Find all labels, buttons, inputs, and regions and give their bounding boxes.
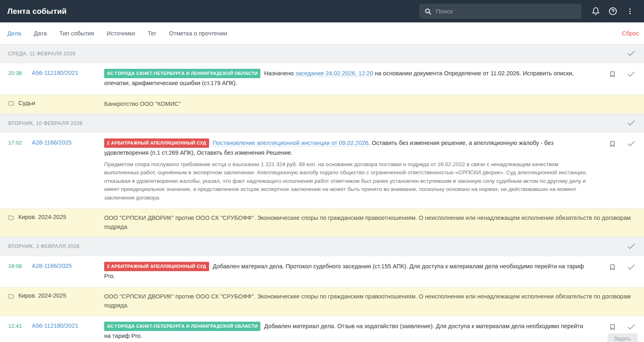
filter-bar: ДелаДатаТип событияИсточникиТегОтметка о…: [0, 22, 644, 44]
filter-item-cases[interactable]: Дела: [7, 30, 21, 37]
mark-read-icon[interactable]: [627, 263, 636, 272]
court-badge: АС ГОРОДА САНКТ-ПЕТЕРБУРГА И ЛЕНИНГРАДСК…: [104, 322, 260, 331]
bell-icon: [592, 7, 600, 15]
folder-icon: [8, 215, 14, 221]
mark-group-read-icon[interactable]: [627, 49, 636, 58]
case-info-row: Киров. 2024-2025ООО "СРПСКИ ДВОРИК" прот…: [0, 209, 644, 237]
mark-read-icon[interactable]: [627, 70, 636, 79]
bookmark-icon[interactable]: [609, 263, 616, 271]
event-row: 19:08А28-1166/20252 АРБИТРАЖНЫЙ АПЕЛЛЯЦИ…: [0, 256, 644, 288]
case-tag[interactable]: Киров. 2024-2025: [8, 214, 104, 220]
event-content: АС ГОРОДА САНКТ-ПЕТЕРБУРГА И ЛЕНИНГРАДСК…: [104, 69, 600, 88]
filter-item-read-mark[interactable]: Отметка о прочтении: [169, 30, 227, 37]
search-input[interactable]: [436, 8, 576, 15]
event-time: 12:41: [8, 322, 32, 329]
search-icon: [424, 8, 432, 15]
mark-group-read-icon[interactable]: [627, 242, 636, 251]
bookmark-icon[interactable]: [609, 140, 616, 148]
kebab-menu-button[interactable]: [621, 3, 638, 20]
chat-widget-button[interactable]: Задать: [607, 333, 637, 342]
document-link[interactable]: заседание 24.02.2026, 12:20: [295, 70, 373, 77]
search-box[interactable]: [419, 4, 581, 19]
case-description: ООО "СРПСКИ ДВОРИК" против ООО СК "СРУБО…: [104, 292, 636, 310]
event-content: АС ГОРОДА САНКТ-ПЕТЕРБУРГА И ЛЕНИНГРАДСК…: [104, 322, 600, 341]
date-group-header: ВТОРНИК, 10 ФЕВРАЛЯ 2026: [0, 114, 644, 133]
filter-item-sources[interactable]: Источники: [107, 30, 135, 37]
top-bar: Лента событий: [0, 0, 644, 22]
mark-read-icon[interactable]: [627, 322, 636, 332]
case-tag-label: Киров. 2024-2025: [18, 292, 66, 299]
event-row: 17:02А28-1166/20252 АРБИТРАЖНЫЙ АПЕЛЛЯЦИ…: [0, 133, 644, 209]
reset-filters-button[interactable]: Сброс: [622, 30, 639, 37]
date-group-header: ВТОРНИК, 3 ФЕВРАЛЯ 2026: [0, 237, 644, 256]
event-text: Назначено: [264, 70, 295, 77]
case-description: Банкротство ООО "КОМИС": [104, 100, 636, 109]
mark-group-read-icon[interactable]: [627, 118, 636, 128]
case-tag-label: Судьи: [18, 100, 35, 106]
event-time: 19:08: [8, 262, 32, 269]
filter-list: ДелаДатаТип событияИсточникиТегОтметка о…: [7, 30, 227, 37]
case-info-row: СудьиБанкротство ООО "КОМИС": [0, 95, 644, 114]
court-badge: 2 АРБИТРАЖНЫЙ АПЕЛЛЯЦИОННЫЙ СУД: [104, 138, 209, 148]
case-description: ООО "СРПСКИ ДВОРИК" против ООО СК "СРУБО…: [104, 214, 636, 232]
notifications-bell-button[interactable]: [587, 3, 604, 20]
events-feed: СРЕДА, 11 ФЕВРАЛЯ 202620:38А56-112180/20…: [0, 44, 644, 342]
folder-icon: [8, 100, 14, 106]
help-icon: [608, 7, 618, 16]
date-group-header: СРЕДА, 11 ФЕВРАЛЯ 2026: [0, 44, 644, 63]
case-tag-label: Киров. 2024-2025: [18, 214, 66, 220]
case-number-link[interactable]: А56-112180/2021: [32, 322, 104, 329]
bookmark-icon[interactable]: [609, 323, 616, 331]
folder-icon: [8, 293, 14, 299]
court-badge: 2 АРБИТРАЖНЫЙ АПЕЛЛЯЦИОННЫЙ СУД: [104, 262, 209, 271]
event-time: 20:38: [8, 69, 32, 76]
case-number-link[interactable]: А28-1166/2025: [32, 262, 104, 269]
event-row: 20:38А56-112180/2021АС ГОРОДА САНКТ-ПЕТЕ…: [0, 63, 644, 95]
filter-item-event-type[interactable]: Тип события: [59, 30, 94, 37]
kebab-menu-icon: [626, 7, 634, 15]
case-number-link[interactable]: А56-112180/2021: [32, 69, 104, 76]
event-summary: Предметом спора послужило требование ист…: [104, 160, 589, 202]
page-title: Лента событий: [7, 7, 419, 16]
case-info-row: Киров. 2024-2025ООО "СРПСКИ ДВОРИК" прот…: [0, 287, 644, 316]
filter-item-tag[interactable]: Тег: [148, 30, 156, 37]
event-time: 17:02: [8, 138, 32, 146]
event-content: 2 АРБИТРАЖНЫЙ АПЕЛЛЯЦИОННЫЙ СУДДобавлен …: [104, 262, 600, 281]
document-link[interactable]: Постановление апелляционной инстанции от…: [213, 140, 369, 147]
help-button[interactable]: [604, 3, 621, 20]
date-group-label: ВТОРНИК, 3 ФЕВРАЛЯ 2026: [8, 243, 627, 249]
date-group-label: ВТОРНИК, 10 ФЕВРАЛЯ 2026: [8, 121, 627, 126]
event-row: 12:41А56-112180/2021АС ГОРОДА САНКТ-ПЕТЕ…: [0, 316, 644, 342]
case-number-link[interactable]: А28-1166/2025: [32, 138, 104, 146]
case-tag[interactable]: Киров. 2024-2025: [8, 292, 104, 299]
date-group-label: СРЕДА, 11 ФЕВРАЛЯ 2026: [8, 51, 627, 57]
mark-read-icon[interactable]: [627, 139, 636, 149]
court-badge: АС ГОРОДА САНКТ-ПЕТЕРБУРГА И ЛЕНИНГРАДСК…: [104, 69, 260, 78]
case-tag[interactable]: Судьи: [8, 100, 104, 106]
event-content: 2 АРБИТРАЖНЫЙ АПЕЛЛЯЦИОННЫЙ СУДПостановл…: [104, 138, 600, 202]
filter-item-date[interactable]: Дата: [34, 30, 47, 37]
bookmark-icon[interactable]: [609, 70, 616, 78]
